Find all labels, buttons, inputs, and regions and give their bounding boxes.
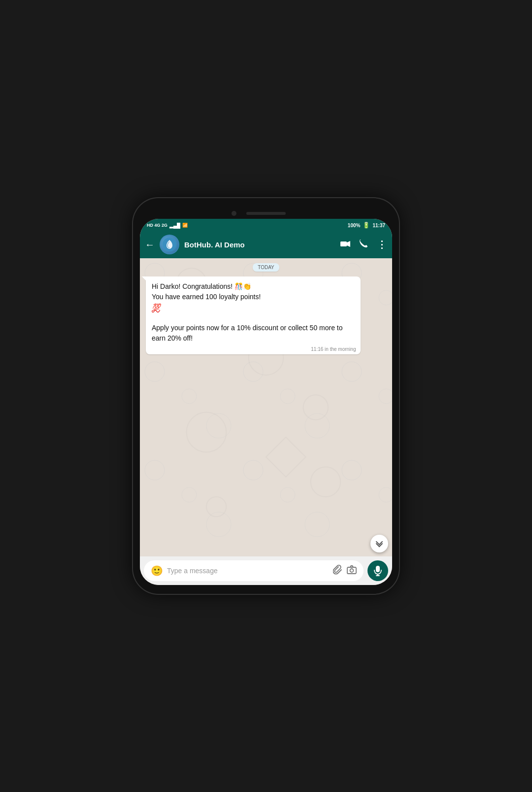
speaker <box>246 212 286 215</box>
status-left: HD 4G 2G ▂▄█ 📶 <box>147 223 188 228</box>
svg-point-10 <box>206 497 226 517</box>
video-call-button[interactable] <box>340 240 350 250</box>
message-line1: Hi Darko! Congratulations! 🎊👏 <box>152 282 251 290</box>
battery-level: 100% <box>348 223 361 228</box>
status-right: 100% 🔋 11:37 <box>348 222 385 229</box>
message-emoji100: 💯 <box>152 303 160 311</box>
phone-screen: HD 4G 2G ▂▄█ 📶 100% 🔋 11:37 ← <box>140 219 392 585</box>
back-button[interactable]: ← <box>145 239 155 250</box>
svg-point-7 <box>303 395 328 419</box>
wifi-icon: 📶 <box>182 223 188 228</box>
svg-point-12 <box>350 569 354 572</box>
message-input-field[interactable]: 🙂 Type a message <box>144 560 364 581</box>
svg-rect-13 <box>376 566 380 572</box>
status-bar: HD 4G 2G ▂▄█ 📶 100% 🔋 11:37 <box>140 219 392 231</box>
chat-header: ← BotHub. AI Demo <box>140 231 392 258</box>
attach-button[interactable] <box>333 565 343 577</box>
avatar-image <box>160 235 179 254</box>
message-line2: You have earned 100 loyalty points! <box>152 293 261 301</box>
message-line3: Apply your points now for a 10% discount… <box>152 324 343 342</box>
svg-marker-2 <box>347 241 350 247</box>
bothub-logo-icon <box>163 238 176 251</box>
chat-body: TODAY Hi Darko! Congratulations! 🎊👏 You … <box>140 258 392 556</box>
status-network: HD 4G 2G <box>147 223 167 228</box>
svg-rect-11 <box>347 567 356 574</box>
svg-point-8 <box>187 413 227 452</box>
date-label: TODAY <box>253 263 279 272</box>
contact-info: BotHub. AI Demo <box>184 241 335 249</box>
emoji-picker-button[interactable]: 🙂 <box>151 565 163 577</box>
more-options-button[interactable]: ⋮ <box>377 239 387 250</box>
front-camera <box>232 211 236 216</box>
avatar[interactable] <box>160 235 179 254</box>
svg-point-9 <box>311 467 341 497</box>
paperclip-icon <box>333 565 343 575</box>
phone-frame: HD 4G 2G ▂▄█ 📶 100% 🔋 11:37 ← <box>133 198 399 594</box>
message-placeholder: Type a message <box>167 567 329 575</box>
send-voice-button[interactable] <box>367 560 388 581</box>
phone-notch <box>140 207 392 219</box>
camera-icon <box>347 565 357 574</box>
message-timestamp: 11:16 in the morning <box>311 346 356 352</box>
chevron-down-icon <box>375 540 383 548</box>
voice-call-button[interactable] <box>359 239 368 250</box>
input-bar: 🙂 Type a message <box>140 556 392 585</box>
message-text: Hi Darko! Congratulations! 🎊👏 You have e… <box>152 281 355 344</box>
camera-button[interactable] <box>347 565 357 577</box>
scroll-to-bottom-button[interactable] <box>370 535 388 552</box>
clock: 11:37 <box>372 223 385 228</box>
signal-icon: ▂▄█ <box>169 223 180 228</box>
contact-name: BotHub. AI Demo <box>184 241 335 249</box>
battery-icon: 🔋 <box>363 222 370 229</box>
message-bubble: Hi Darko! Congratulations! 🎊👏 You have e… <box>146 276 361 354</box>
microphone-icon <box>374 565 382 576</box>
svg-rect-1 <box>340 241 347 246</box>
header-icons: ⋮ <box>340 239 387 250</box>
date-pill: TODAY <box>144 263 388 272</box>
